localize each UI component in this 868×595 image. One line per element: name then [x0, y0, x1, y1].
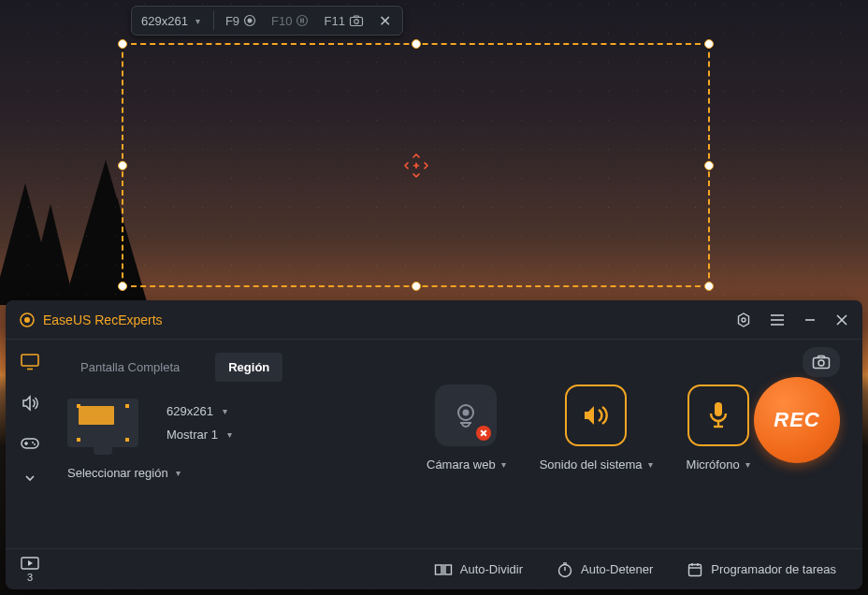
hotkey-label: F10 — [271, 14, 292, 28]
display-value: Mostrar 1 — [166, 428, 218, 442]
speaker-icon — [580, 401, 612, 429]
resolution-dropdown[interactable]: 629x261 ▾ — [166, 404, 232, 418]
scheduler-label: Programador de tareas — [711, 562, 836, 576]
camera-icon — [349, 14, 364, 27]
microphone-toggle[interactable] — [687, 385, 749, 446]
sidebar-item-screen[interactable] — [20, 353, 40, 371]
separator — [213, 11, 214, 30]
app-logo-icon — [19, 312, 36, 328]
system-audio-toggle[interactable] — [565, 385, 627, 446]
microphone-dropdown[interactable]: Micrófono ▾ — [687, 457, 750, 472]
auto-split-button[interactable]: Auto-Dividir — [434, 561, 523, 578]
sidebar-expand[interactable] — [24, 474, 36, 482]
svg-point-10 — [24, 317, 30, 323]
resize-handle[interactable] — [412, 282, 421, 291]
svg-rect-35 — [435, 565, 441, 574]
camera-icon — [812, 355, 831, 370]
webcam-label: Cámara web — [427, 457, 496, 472]
record-button[interactable]: REC — [754, 377, 840, 463]
close-button[interactable] — [834, 312, 849, 327]
recordings-icon — [20, 556, 40, 571]
dimensions-value: 629x261 — [141, 14, 188, 28]
capture-region[interactable] — [122, 43, 710, 287]
resize-handle[interactable] — [704, 282, 714, 291]
webcam-tile: Cámara web ▾ — [427, 385, 506, 472]
svg-point-29 — [463, 410, 470, 416]
chevron-down-icon: ▾ — [745, 459, 750, 470]
hotkey-screenshot[interactable]: F11 — [316, 14, 370, 28]
recordings-button[interactable]: 3 — [6, 556, 54, 583]
svg-rect-41 — [689, 564, 702, 575]
settings-button[interactable] — [735, 312, 752, 328]
svg-rect-4 — [303, 19, 305, 23]
resize-handle[interactable] — [118, 39, 127, 49]
webcam-toggle[interactable] — [435, 385, 497, 446]
microphone-icon — [705, 399, 731, 431]
resize-handle[interactable] — [118, 161, 127, 170]
auto-stop-label: Auto-Detener — [581, 562, 653, 576]
chevron-down-icon: ▾ — [501, 459, 506, 470]
display-dropdown[interactable]: Mostrar 1 ▾ — [166, 428, 232, 442]
svg-marker-11 — [739, 313, 749, 327]
resize-handle[interactable] — [118, 282, 127, 291]
mode-tabs: Pantalla Completa Región — [67, 353, 840, 382]
svg-rect-30 — [715, 402, 722, 416]
resize-handle[interactable] — [704, 39, 714, 49]
resize-handle[interactable] — [412, 39, 421, 49]
resolution-value: 629x261 — [166, 404, 213, 418]
select-region-label: Seleccionar región — [67, 466, 168, 480]
svg-point-1 — [248, 19, 253, 23]
svg-point-12 — [742, 318, 745, 322]
webcam-icon — [451, 400, 481, 430]
auto-stop-button[interactable]: Auto-Detener — [557, 561, 653, 578]
record-button-label: REC — [774, 408, 819, 432]
close-toolbar-button[interactable]: ✕ — [371, 12, 398, 30]
split-icon — [434, 562, 453, 577]
svg-point-24 — [32, 442, 34, 443]
svg-rect-3 — [300, 19, 302, 23]
auto-split-label: Auto-Dividir — [460, 562, 523, 576]
tab-region[interactable]: Región — [215, 353, 282, 382]
resize-handle[interactable] — [704, 161, 714, 170]
pause-icon — [296, 14, 309, 27]
main-panel: Pantalla Completa Región 629x261 ▾ — [54, 340, 862, 548]
svg-point-25 — [34, 443, 36, 445]
sidebar-item-audio[interactable] — [20, 394, 40, 413]
record-icon — [243, 14, 256, 27]
system-audio-tile: Sonido del sistema ▾ — [540, 385, 653, 472]
recordings-count: 3 — [27, 572, 33, 583]
scheduler-button[interactable]: Programador de tareas — [687, 561, 836, 578]
hotkey-label: F11 — [324, 14, 344, 28]
svg-rect-19 — [22, 355, 38, 366]
chevron-down-icon: ▾ — [195, 16, 200, 26]
svg-point-2 — [297, 16, 308, 26]
hotkey-pause[interactable]: F10 — [264, 14, 316, 28]
system-audio-dropdown[interactable]: Sonido del sistema ▾ — [540, 457, 653, 472]
svg-rect-5 — [350, 18, 362, 26]
tab-fullscreen[interactable]: Pantalla Completa — [67, 353, 193, 382]
dimensions-dropdown[interactable]: 629x261 ▾ — [132, 7, 210, 35]
move-icon[interactable] — [401, 151, 431, 181]
disabled-badge-icon — [476, 426, 491, 441]
svg-marker-34 — [28, 560, 33, 566]
webcam-dropdown[interactable]: Cámara web ▾ — [427, 457, 506, 472]
svg-point-6 — [354, 20, 359, 24]
menu-button[interactable] — [769, 313, 786, 327]
chevron-down-icon: ▾ — [227, 429, 232, 440]
region-toolbar: 629x261 ▾ F9 F10 F11 ✕ — [131, 6, 403, 36]
monitor-preview[interactable] — [67, 399, 138, 447]
chevron-down-icon: ▾ — [176, 468, 181, 478]
screenshot-button[interactable] — [803, 347, 840, 377]
timer-icon — [557, 561, 573, 578]
minimize-button[interactable] — [803, 312, 817, 327]
svg-rect-36 — [445, 565, 452, 574]
app-title: EaseUS RecExperts — [43, 312, 735, 327]
system-audio-label: Sonido del sistema — [540, 457, 643, 472]
sidebar-item-game[interactable] — [20, 435, 40, 452]
calendar-icon — [687, 561, 703, 578]
hotkey-record[interactable]: F9 — [218, 14, 264, 28]
microphone-tile: Micrófono ▾ — [687, 385, 750, 472]
sidebar — [6, 340, 54, 548]
svg-point-27 — [818, 360, 824, 366]
app-window: EaseUS RecExperts Pantalla Completa Regi… — [6, 300, 862, 589]
